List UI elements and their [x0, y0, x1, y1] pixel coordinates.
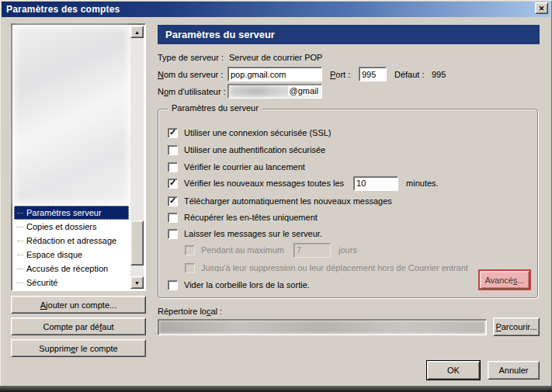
tree-item-accuses-de-reception[interactable]: Accusés de réception	[14, 262, 129, 276]
add-account-label: Ajouter un compte...	[40, 300, 116, 310]
empty-trash-label: Vider la corbeille lors de la sortie.	[184, 280, 310, 290]
headers-only-label: Récupérer les en-têtes uniquement	[184, 213, 318, 222]
check-interval-checkbox[interactable]: ✓	[168, 179, 178, 189]
scroll-up-button[interactable]: ▲	[130, 26, 144, 38]
ssl-label: Utiliser une connexion sécurisée (SSL)	[184, 128, 332, 137]
page-title: Paramètres du serveur	[158, 25, 540, 44]
tree-item-espace-disque[interactable]: Espace disque	[14, 248, 129, 262]
server-name-input[interactable]	[227, 67, 322, 82]
check-at-startup-label: Vérifier le courrier au lancement	[184, 162, 305, 172]
ok-button-label: OK	[447, 366, 460, 375]
max-days-input	[293, 243, 331, 258]
max-days-checkbox: ✓	[185, 245, 195, 255]
ssl-checkbox[interactable]: ✓	[168, 128, 178, 138]
until-deleted-label: Jusqu'à leur suppression ou leur déplace…	[201, 263, 468, 272]
redacted-local-dir-path	[159, 321, 485, 334]
default-account-label: Compte par défaut	[43, 322, 113, 331]
ok-button[interactable]: OK	[427, 361, 480, 380]
ssl-row: ✓ Utiliser une connexion sécurisée (SSL)	[168, 127, 332, 139]
username-label: Nom d'utilisateur :	[158, 87, 226, 96]
title-bar: Paramètres des comptes	[2, 2, 550, 17]
port-label: Port :	[330, 70, 350, 79]
tree-item-label: Copies et dossiers	[26, 220, 97, 234]
server-settings-group: Paramètres du serveur ✓ Utiliser une con…	[158, 109, 538, 298]
auto-download-row: ✓ Télécharger automatiquement les nouvea…	[168, 195, 392, 207]
tree-scrollbar[interactable]: ▲ ▼	[130, 26, 144, 289]
check-at-startup-row: ✓ Vérifier le courrier au lancement	[168, 161, 305, 173]
port-default-value: 995	[432, 70, 446, 79]
close-icon: ✕	[539, 5, 545, 12]
cancel-button-label: Annuler	[499, 366, 529, 375]
auto-download-checkbox[interactable]: ✓	[168, 196, 178, 206]
cancel-button[interactable]: Annuler	[488, 361, 540, 380]
window-bottom-edge	[0, 386, 552, 392]
check-interval-suffix: minutes.	[406, 179, 439, 188]
scroll-up-icon: ▲	[134, 29, 140, 35]
group-legend: Paramètres du serveur	[168, 103, 262, 113]
account-tree-listbox: Paramètres serveur Copies et dossiers Ré…	[11, 23, 146, 291]
check-interval-row: ✓ Vérifier les nouveaux messages toutes …	[168, 177, 439, 189]
max-days-suffix: jours	[338, 245, 357, 255]
server-type-label: Type de serveur :	[158, 53, 224, 62]
remove-account-label: Supprimer le compte	[39, 344, 118, 353]
secure-auth-row: ✓ Utiliser une authentification sécurisé…	[168, 144, 325, 156]
until-deleted-checkbox: ✓	[185, 263, 195, 273]
window-title: Paramètres des comptes	[6, 4, 120, 15]
max-days-row: ✓ Pendant au maximum jours	[185, 244, 357, 256]
tree-item-label: Rédaction et adressage	[26, 234, 116, 248]
check-at-startup-checkbox[interactable]: ✓	[168, 162, 178, 172]
headers-only-row: ✓ Récupérer les en-têtes uniquement	[168, 211, 318, 224]
default-account-button[interactable]: Compte par défaut	[11, 317, 146, 335]
account-settings-dialog: Paramètres des comptes ✕ Paramètres serv…	[0, 0, 552, 392]
secure-auth-checkbox[interactable]: ✓	[168, 145, 178, 155]
tree-item-label: Paramètres serveur	[26, 206, 102, 220]
empty-trash-checkbox[interactable]: ✓	[168, 280, 178, 290]
username-field[interactable]: @gmail	[227, 84, 322, 99]
tree-item-redaction-et-adressage[interactable]: Rédaction et adressage	[14, 234, 129, 248]
port-default-label: Défaut :	[394, 70, 425, 79]
redacted-account-name-area	[14, 26, 129, 203]
check-icon: ✓	[169, 179, 176, 187]
advanced-button-label: Avancés...	[484, 276, 524, 285]
tree-item-label: Sécurité	[26, 276, 57, 290]
leave-on-server-checkbox[interactable]: ✓	[168, 229, 178, 239]
check-interval-label: Vérifier les nouveaux messages toutes le…	[184, 179, 344, 188]
browse-button[interactable]: Parcourir...	[493, 317, 540, 336]
username-visible-suffix: @gmail	[288, 86, 318, 95]
check-interval-input[interactable]	[353, 176, 398, 191]
tree-item-label: Accusés de réception	[26, 262, 108, 276]
secure-auth-label: Utiliser une authentification sécurisée	[184, 145, 325, 154]
scroll-down-button[interactable]: ▼	[130, 276, 144, 289]
settings-tree: Paramètres serveur Copies et dossiers Ré…	[14, 206, 129, 290]
page-title-label: Paramètres du serveur	[165, 29, 275, 40]
tree-item-label: Espace disque	[26, 248, 82, 262]
server-type-value: Serveur de courrier POP	[229, 53, 322, 62]
tree-item-securite[interactable]: Sécurité	[14, 276, 129, 290]
until-deleted-row: ✓ Jusqu'à leur suppression ou leur dépla…	[185, 262, 468, 274]
server-name-label: Nom du serveur :	[158, 70, 223, 79]
check-icon: ✓	[169, 196, 176, 205]
empty-trash-row: ✓ Vider la corbeille lors de la sortie.	[168, 279, 310, 291]
remove-account-button[interactable]: Supprimer le compte	[11, 339, 146, 357]
tree-item-copies-et-dossiers[interactable]: Copies et dossiers	[14, 220, 129, 234]
max-days-label: Pendant au maximum	[201, 245, 284, 255]
tree-item-parametres-serveur[interactable]: Paramètres serveur	[14, 206, 129, 220]
browse-button-label: Parcourir...	[495, 322, 536, 331]
check-icon: ✓	[169, 128, 176, 137]
leave-on-server-label: Laisser les messages sur le serveur.	[184, 229, 322, 238]
scroll-thumb[interactable]	[130, 220, 144, 265]
headers-only-checkbox[interactable]: ✓	[168, 213, 178, 223]
port-input[interactable]	[359, 67, 387, 82]
scroll-down-icon: ▼	[134, 280, 140, 286]
local-dir-field[interactable]	[158, 319, 487, 335]
add-account-button[interactable]: Ajouter un compte...	[11, 296, 146, 314]
advanced-button[interactable]: Avancés...	[480, 271, 529, 289]
leave-on-server-row: ✓ Laisser les messages sur le serveur.	[168, 227, 322, 240]
local-dir-label: Répertoire local :	[158, 307, 222, 316]
auto-download-label: Télécharger automatiquement les nouveaux…	[184, 196, 392, 206]
close-button[interactable]: ✕	[535, 2, 548, 14]
